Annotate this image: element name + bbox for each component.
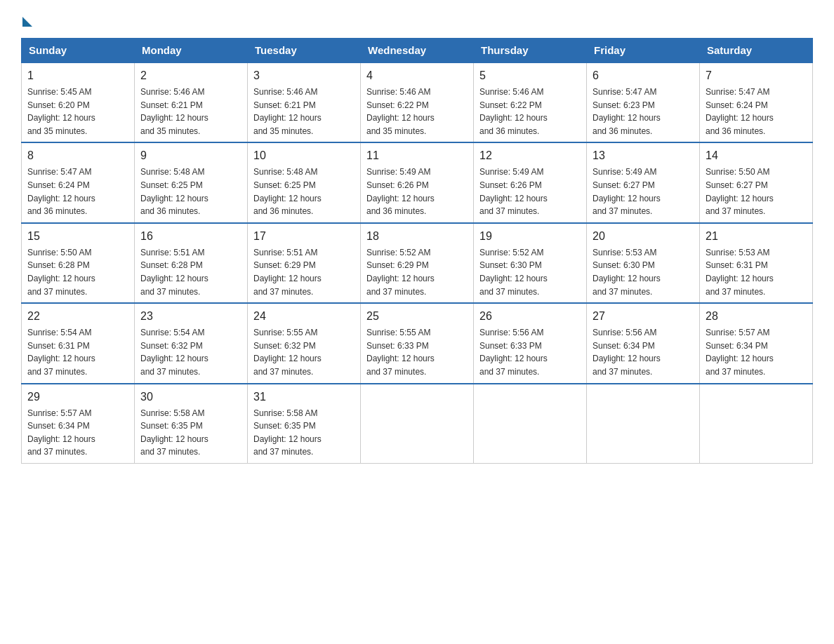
calendar-table: SundayMondayTuesdayWednesdayThursdayFrid… bbox=[21, 38, 813, 464]
day-info: Sunrise: 5:57 AMSunset: 6:34 PMDaylight:… bbox=[27, 408, 95, 457]
day-info: Sunrise: 5:49 AMSunset: 6:26 PMDaylight:… bbox=[366, 167, 435, 216]
calendar-cell: 17 Sunrise: 5:51 AMSunset: 6:29 PMDaylig… bbox=[248, 223, 361, 303]
calendar-cell: 31 Sunrise: 5:58 AMSunset: 6:35 PMDaylig… bbox=[248, 384, 361, 464]
day-info: Sunrise: 5:50 AMSunset: 6:28 PMDaylight:… bbox=[27, 248, 95, 297]
calendar-cell: 27 Sunrise: 5:56 AMSunset: 6:34 PMDaylig… bbox=[587, 303, 700, 383]
day-number: 23 bbox=[140, 308, 241, 325]
calendar-cell: 5 Sunrise: 5:46 AMSunset: 6:22 PMDayligh… bbox=[474, 62, 587, 142]
calendar-cell: 11 Sunrise: 5:49 AMSunset: 6:26 PMDaylig… bbox=[361, 142, 474, 222]
day-number: 10 bbox=[253, 147, 355, 164]
column-header-sunday: Sunday bbox=[22, 39, 135, 63]
column-header-tuesday: Tuesday bbox=[248, 39, 361, 63]
calendar-cell: 4 Sunrise: 5:46 AMSunset: 6:22 PMDayligh… bbox=[361, 62, 474, 142]
calendar-cell: 9 Sunrise: 5:48 AMSunset: 6:25 PMDayligh… bbox=[135, 142, 248, 222]
day-info: Sunrise: 5:47 AMSunset: 6:24 PMDaylight:… bbox=[27, 167, 95, 216]
day-info: Sunrise: 5:54 AMSunset: 6:32 PMDaylight:… bbox=[140, 328, 208, 377]
day-info: Sunrise: 5:58 AMSunset: 6:35 PMDaylight:… bbox=[253, 408, 322, 457]
column-header-thursday: Thursday bbox=[474, 39, 587, 63]
day-number: 7 bbox=[706, 67, 807, 84]
calendar-cell: 19 Sunrise: 5:52 AMSunset: 6:30 PMDaylig… bbox=[474, 223, 587, 303]
calendar-cell: 22 Sunrise: 5:54 AMSunset: 6:31 PMDaylig… bbox=[22, 303, 135, 383]
day-info: Sunrise: 5:49 AMSunset: 6:27 PMDaylight:… bbox=[593, 167, 661, 216]
day-info: Sunrise: 5:55 AMSunset: 6:32 PMDaylight:… bbox=[253, 328, 322, 377]
calendar-cell: 16 Sunrise: 5:51 AMSunset: 6:28 PMDaylig… bbox=[135, 223, 248, 303]
calendar-cell: 8 Sunrise: 5:47 AMSunset: 6:24 PMDayligh… bbox=[22, 142, 135, 222]
day-info: Sunrise: 5:58 AMSunset: 6:35 PMDaylight:… bbox=[140, 408, 208, 457]
calendar-cell: 7 Sunrise: 5:47 AMSunset: 6:24 PMDayligh… bbox=[700, 62, 813, 142]
day-number: 26 bbox=[479, 308, 581, 325]
logo bbox=[21, 14, 32, 24]
day-number: 14 bbox=[706, 147, 807, 164]
column-header-monday: Monday bbox=[135, 39, 248, 63]
calendar-cell: 13 Sunrise: 5:49 AMSunset: 6:27 PMDaylig… bbox=[587, 142, 700, 222]
calendar-cell: 18 Sunrise: 5:52 AMSunset: 6:29 PMDaylig… bbox=[361, 223, 474, 303]
day-number: 28 bbox=[706, 308, 807, 325]
day-info: Sunrise: 5:46 AMSunset: 6:21 PMDaylight:… bbox=[140, 87, 208, 136]
day-info: Sunrise: 5:53 AMSunset: 6:30 PMDaylight:… bbox=[593, 248, 661, 297]
calendar-cell: 28 Sunrise: 5:57 AMSunset: 6:34 PMDaylig… bbox=[700, 303, 813, 383]
day-number: 11 bbox=[366, 147, 468, 164]
calendar-week-row: 8 Sunrise: 5:47 AMSunset: 6:24 PMDayligh… bbox=[22, 142, 813, 222]
day-number: 6 bbox=[593, 67, 694, 84]
day-number: 8 bbox=[27, 147, 128, 164]
calendar-week-row: 29 Sunrise: 5:57 AMSunset: 6:34 PMDaylig… bbox=[22, 384, 813, 464]
day-info: Sunrise: 5:51 AMSunset: 6:28 PMDaylight:… bbox=[140, 248, 208, 297]
day-number: 1 bbox=[27, 67, 128, 84]
calendar-cell: 3 Sunrise: 5:46 AMSunset: 6:21 PMDayligh… bbox=[248, 62, 361, 142]
calendar-cell bbox=[700, 384, 813, 464]
calendar-cell: 10 Sunrise: 5:48 AMSunset: 6:25 PMDaylig… bbox=[248, 142, 361, 222]
calendar-cell: 2 Sunrise: 5:46 AMSunset: 6:21 PMDayligh… bbox=[135, 62, 248, 142]
calendar-week-row: 1 Sunrise: 5:45 AMSunset: 6:20 PMDayligh… bbox=[22, 62, 813, 142]
calendar-week-row: 22 Sunrise: 5:54 AMSunset: 6:31 PMDaylig… bbox=[22, 303, 813, 383]
calendar-cell: 30 Sunrise: 5:58 AMSunset: 6:35 PMDaylig… bbox=[135, 384, 248, 464]
day-number: 17 bbox=[253, 228, 355, 245]
calendar-cell: 6 Sunrise: 5:47 AMSunset: 6:23 PMDayligh… bbox=[587, 62, 700, 142]
column-header-wednesday: Wednesday bbox=[361, 39, 474, 63]
calendar-cell bbox=[587, 384, 700, 464]
calendar-cell bbox=[361, 384, 474, 464]
day-info: Sunrise: 5:47 AMSunset: 6:24 PMDaylight:… bbox=[706, 87, 774, 136]
day-number: 3 bbox=[253, 67, 355, 84]
day-number: 29 bbox=[27, 389, 128, 405]
day-number: 31 bbox=[253, 389, 355, 405]
calendar-cell: 15 Sunrise: 5:50 AMSunset: 6:28 PMDaylig… bbox=[22, 223, 135, 303]
day-number: 30 bbox=[140, 389, 241, 405]
day-number: 4 bbox=[366, 67, 468, 84]
day-info: Sunrise: 5:54 AMSunset: 6:31 PMDaylight:… bbox=[27, 328, 95, 377]
day-number: 9 bbox=[140, 147, 241, 164]
day-number: 19 bbox=[479, 228, 581, 245]
column-header-saturday: Saturday bbox=[700, 39, 813, 63]
day-number: 5 bbox=[479, 67, 581, 84]
day-number: 15 bbox=[27, 228, 128, 245]
day-info: Sunrise: 5:53 AMSunset: 6:31 PMDaylight:… bbox=[706, 248, 774, 297]
day-info: Sunrise: 5:48 AMSunset: 6:25 PMDaylight:… bbox=[253, 167, 322, 216]
calendar-cell: 21 Sunrise: 5:53 AMSunset: 6:31 PMDaylig… bbox=[700, 223, 813, 303]
logo-arrow-icon bbox=[22, 17, 32, 27]
day-info: Sunrise: 5:45 AMSunset: 6:20 PMDaylight:… bbox=[27, 87, 95, 136]
calendar-cell: 29 Sunrise: 5:57 AMSunset: 6:34 PMDaylig… bbox=[22, 384, 135, 464]
day-number: 13 bbox=[593, 147, 694, 164]
day-info: Sunrise: 5:46 AMSunset: 6:22 PMDaylight:… bbox=[479, 87, 548, 136]
day-info: Sunrise: 5:48 AMSunset: 6:25 PMDaylight:… bbox=[140, 167, 208, 216]
day-info: Sunrise: 5:55 AMSunset: 6:33 PMDaylight:… bbox=[366, 328, 435, 377]
calendar-cell: 12 Sunrise: 5:49 AMSunset: 6:26 PMDaylig… bbox=[474, 142, 587, 222]
calendar-cell: 26 Sunrise: 5:56 AMSunset: 6:33 PMDaylig… bbox=[474, 303, 587, 383]
page-header bbox=[21, 14, 813, 24]
calendar-cell: 24 Sunrise: 5:55 AMSunset: 6:32 PMDaylig… bbox=[248, 303, 361, 383]
day-info: Sunrise: 5:51 AMSunset: 6:29 PMDaylight:… bbox=[253, 248, 322, 297]
calendar-week-row: 15 Sunrise: 5:50 AMSunset: 6:28 PMDaylig… bbox=[22, 223, 813, 303]
day-info: Sunrise: 5:49 AMSunset: 6:26 PMDaylight:… bbox=[479, 167, 548, 216]
day-info: Sunrise: 5:46 AMSunset: 6:21 PMDaylight:… bbox=[253, 87, 322, 136]
calendar-cell: 25 Sunrise: 5:55 AMSunset: 6:33 PMDaylig… bbox=[361, 303, 474, 383]
day-info: Sunrise: 5:56 AMSunset: 6:33 PMDaylight:… bbox=[479, 328, 548, 377]
day-number: 25 bbox=[366, 308, 468, 325]
day-number: 24 bbox=[253, 308, 355, 325]
calendar-cell bbox=[474, 384, 587, 464]
day-number: 20 bbox=[593, 228, 694, 245]
calendar-cell: 1 Sunrise: 5:45 AMSunset: 6:20 PMDayligh… bbox=[22, 62, 135, 142]
day-number: 22 bbox=[27, 308, 128, 325]
day-info: Sunrise: 5:47 AMSunset: 6:23 PMDaylight:… bbox=[593, 87, 661, 136]
day-info: Sunrise: 5:50 AMSunset: 6:27 PMDaylight:… bbox=[706, 167, 774, 216]
day-number: 12 bbox=[479, 147, 581, 164]
day-number: 27 bbox=[593, 308, 694, 325]
